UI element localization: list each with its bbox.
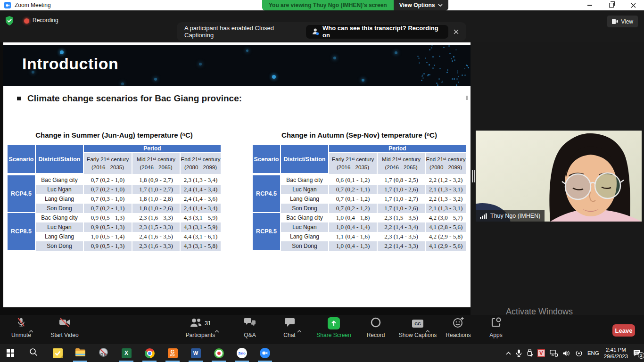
district-cell: Bac Giang city — [281, 213, 329, 222]
microphone-tray-icon[interactable] — [516, 349, 522, 357]
scenario-cell: RCP4.5 — [8, 175, 36, 213]
taskbar-snipping-tool-button[interactable] — [92, 344, 115, 362]
taskbar-foxit-pdf-button[interactable]: GPDF — [161, 344, 184, 362]
decorative-dot — [443, 47, 445, 48]
view-layout-button[interactable]: View — [607, 16, 638, 27]
clock[interactable]: 2:41 PM 29/6/2023 — [604, 346, 628, 360]
district-cell: Son Dong — [36, 241, 84, 251]
start-video-button[interactable]: Start Video — [42, 316, 87, 343]
decorative-dot — [449, 53, 451, 54]
district-header: District/Station — [281, 145, 329, 174]
decorative-dot — [362, 79, 364, 82]
participants-caret-icon[interactable] — [215, 326, 219, 335]
taskbar-coccoc-button[interactable] — [207, 344, 230, 362]
qa-label: Q&A — [244, 332, 256, 338]
unmute-caret-icon[interactable] — [29, 326, 33, 335]
decorative-dot — [448, 45, 450, 47]
shared-screen-area: Introduction Climate change scenarios fo… — [0, 42, 644, 344]
taskbar-chrome-button[interactable] — [138, 344, 161, 362]
usb-tray-icon[interactable] — [527, 349, 533, 357]
value-cell: 2,2 (1,4 - 3,4) — [378, 222, 426, 232]
autumn-temperature-table: ScenarioDistrict/StationPeriodEarly 21ˢᵗ… — [253, 145, 466, 251]
meet-now-tray-icon[interactable] — [575, 350, 583, 357]
value-cell: 4,2 (3,0 - 5,7) — [426, 213, 466, 222]
decorative-dot — [421, 75, 423, 77]
notification-center-icon[interactable]: 2 — [633, 349, 641, 357]
participant-name: Thuy Ngo (IMHEN) — [490, 213, 540, 219]
show-captions-button[interactable]: CCShow Captions — [395, 316, 440, 343]
taskbar-search-button[interactable] — [22, 344, 45, 362]
speaker-tray-icon[interactable] — [562, 350, 570, 357]
district-cell: Son Dong — [281, 241, 329, 251]
webcam-video-thumbnail[interactable]: Thuy Ngo (IMHEN) — [476, 131, 642, 222]
cc-icon: CC — [412, 320, 423, 328]
participants-label: Participants — [186, 332, 215, 338]
zoom-meeting-window: Zoom Meeting You are viewing Thuy Ngo (I… — [0, 0, 644, 362]
toast-close-button[interactable] — [448, 22, 464, 41]
bullet-text: Climate change scenarios for Bac Giang p… — [27, 93, 242, 104]
zalo-icon: Zalo — [237, 348, 247, 358]
taskbar-start-button[interactable] — [0, 344, 22, 362]
decorative-dot — [452, 60, 453, 62]
taskbar-sticky-notes-button[interactable] — [46, 344, 69, 362]
share-screen-button[interactable]: Share Screen — [311, 316, 356, 343]
qa-icon — [244, 317, 256, 329]
value-cell: 1,7 (1,0 - 2,7) — [378, 194, 426, 204]
chat-icon — [284, 317, 295, 329]
record-button[interactable]: Record — [353, 316, 398, 343]
summer-temperature-table: ScenarioDistrict/StationPeriodEarly 21ˢᵗ… — [8, 145, 221, 251]
taskbar-zoom-button[interactable] — [254, 344, 276, 362]
decorative-dot — [456, 84, 457, 86]
taskbar-zalo-button[interactable]: Zalo — [231, 344, 253, 362]
unmute-button[interactable]: Unmute — [0, 316, 44, 343]
presentation-slide: Introduction Climate change scenarios fo… — [3, 42, 471, 307]
search-icon — [29, 348, 38, 358]
decorative-dot — [431, 45, 433, 46]
decorative-dot — [436, 82, 438, 84]
notification-count-badge: 2 — [638, 352, 644, 359]
minimize-button[interactable] — [579, 0, 601, 10]
closed-captioning-toast: A participant has enabled Closed Caption… — [177, 22, 466, 41]
apps-button[interactable]: Apps — [473, 316, 519, 343]
record-label: Record — [367, 332, 385, 338]
decorative-dot — [451, 58, 452, 59]
taskbar-file-explorer-button[interactable] — [69, 344, 91, 362]
zoom-logo-icon — [4, 2, 11, 8]
value-cell: 2,1 (1,3 - 3,1) — [426, 185, 466, 194]
restore-button[interactable] — [601, 0, 622, 10]
district-cell: Son Dong — [281, 204, 329, 213]
transcript-visibility-button[interactable]: Who can see this transcript? Recording o… — [306, 25, 449, 39]
participant-figure — [476, 131, 642, 222]
qa-button[interactable]: Q&A — [227, 316, 272, 343]
decorative-dot — [453, 56, 454, 58]
window-title: Zoom Meeting — [15, 2, 51, 8]
meeting-header: Recording A participant has enabled Clos… — [0, 10, 644, 42]
participants-button[interactable]: 31Participants — [178, 316, 223, 343]
decorative-dot — [423, 73, 425, 74]
taskbar-word-button[interactable]: W — [184, 344, 207, 362]
close-button[interactable] — [622, 0, 644, 10]
show-captions-caret-icon[interactable] — [425, 326, 430, 335]
file-explorer-icon — [75, 348, 86, 359]
network-tray-icon[interactable] — [550, 350, 558, 357]
decorative-dot — [462, 74, 463, 76]
chat-button[interactable]: Chat — [267, 316, 312, 343]
decorative-dot — [464, 68, 465, 69]
panel-resize-handle[interactable] — [472, 170, 475, 182]
zoom-icon — [260, 348, 270, 358]
participant-person-icon — [312, 28, 319, 35]
view-options-button[interactable]: View Options — [394, 0, 449, 10]
leave-button[interactable]: Leave — [612, 324, 635, 337]
language-indicator[interactable]: ENG — [587, 350, 599, 356]
security-shield-icon[interactable] — [5, 16, 14, 25]
vietkey-tray-icon[interactable]: V — [537, 349, 545, 357]
chat-caret-icon[interactable] — [297, 326, 302, 335]
decorative-dot — [458, 76, 459, 77]
hidden-icons-chevron[interactable] — [506, 352, 511, 355]
decorative-dot — [431, 47, 432, 49]
value-cell: 2,2 (1,4 - 3,3) — [378, 241, 426, 251]
value-cell: 1,0 (0,4 - 1,3) — [329, 241, 378, 251]
apps-label: Apps — [489, 332, 502, 338]
decorative-dot — [468, 67, 469, 68]
taskbar-excel-button[interactable]: X — [115, 344, 138, 362]
